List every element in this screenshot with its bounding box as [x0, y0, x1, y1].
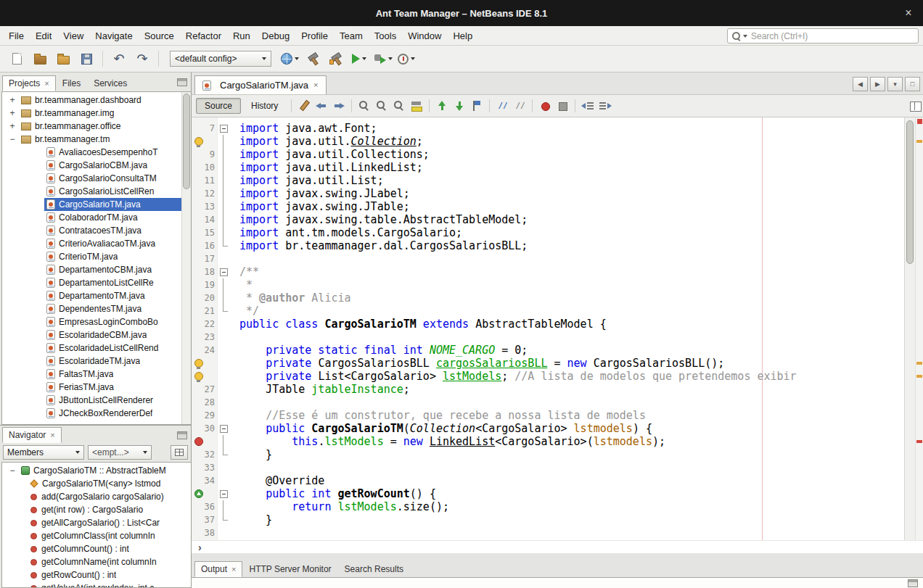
find-next-icon[interactable]: [374, 98, 390, 114]
code-line-7[interactable]: 7import java.awt.Font;: [192, 122, 904, 135]
text-filter-select[interactable]: <empt...>: [88, 445, 152, 460]
code-line-12[interactable]: 12import javax.swing.JLabel;: [192, 187, 904, 200]
navigator-member-item[interactable]: getColumnClass(int columnIn: [2, 529, 191, 542]
source-view-button[interactable]: Source: [196, 98, 241, 114]
code-line-15[interactable]: 15import ant.tm.models.CargoSalario;: [192, 226, 904, 239]
web-browser-button[interactable]: [279, 48, 300, 70]
members-filter-select[interactable]: Members: [3, 445, 84, 460]
warn-stripe-mark[interactable]: [916, 140, 922, 143]
tree-item-jcheckboxrendererdef[interactable]: JCheckBoxRendererDef: [2, 407, 191, 420]
code-line-36[interactable]: 36 return lstModels.size();: [192, 500, 904, 513]
tree-item-escolaridadelistcellrend[interactable]: EscolaridadeListCellRend: [2, 341, 191, 355]
code-line-17[interactable]: 17: [192, 252, 904, 265]
close-tab-icon[interactable]: ×: [50, 431, 54, 439]
warn-glyph-icon[interactable]: [194, 372, 203, 381]
fold-chevron-icon[interactable]: ›: [192, 542, 202, 553]
window-close-icon[interactable]: ×: [901, 6, 916, 20]
menu-item-run[interactable]: Run: [227, 28, 256, 44]
projects-scrollbar[interactable]: [181, 92, 191, 424]
search-scope-caret-icon[interactable]: [743, 35, 747, 38]
navigator-member-item[interactable]: getAllCargoSalario() : List<Car: [2, 516, 191, 529]
fold-end-icon[interactable]: [218, 305, 229, 318]
toggle-bookmark-icon[interactable]: [469, 98, 485, 114]
find-selection-icon[interactable]: [356, 98, 372, 114]
start-macro-recording-icon[interactable]: [537, 98, 553, 114]
fold-mid-icon[interactable]: [218, 174, 229, 187]
tree-item-criteriotm-java[interactable]: CriterioTM.java: [2, 250, 191, 263]
fold-mid-icon[interactable]: [218, 187, 229, 200]
code-line-30[interactable]: 30 public CargoSalarioTM(Collection<Carg…: [192, 422, 904, 435]
last-edit-icon[interactable]: [296, 98, 312, 114]
fold-end-icon[interactable]: [218, 239, 229, 252]
collapse-node-icon[interactable]: −: [8, 466, 17, 475]
search-input[interactable]: [750, 30, 914, 42]
menu-item-source[interactable]: Source: [139, 28, 180, 44]
code-line-18[interactable]: 18/**: [192, 265, 904, 278]
code-line-28[interactable]: 28: [192, 396, 904, 409]
override-glyph-icon[interactable]: [194, 489, 203, 498]
warn-glyph-icon[interactable]: [194, 137, 203, 146]
open-project-button[interactable]: [52, 48, 74, 70]
code-line-16[interactable]: 16import br.teammanager.dal.CargosSalari…: [192, 239, 904, 252]
tree-item-faltastm-java[interactable]: FaltasTM.java: [2, 368, 191, 381]
code-line-13[interactable]: 13import javax.swing.JTable;: [192, 200, 904, 213]
tree-item-empresaslogincombobo[interactable]: EmpresasLoginComboBo: [2, 315, 191, 328]
error-glyph-icon[interactable]: [194, 437, 203, 446]
fold-mid-icon[interactable]: [218, 135, 229, 148]
menu-item-edit[interactable]: Edit: [30, 28, 57, 44]
fold-start-icon[interactable]: [218, 265, 229, 278]
tab-http-server-monitor[interactable]: HTTP Server Monitor: [242, 561, 337, 577]
inherited-members-button[interactable]: [171, 445, 188, 460]
menu-item-view[interactable]: View: [57, 28, 89, 44]
menu-item-debug[interactable]: Debug: [256, 28, 295, 44]
scroll-tabs-right-button[interactable]: ▶: [870, 77, 885, 91]
fold-mid-icon[interactable]: [218, 213, 229, 226]
next-occurrence-icon[interactable]: [451, 98, 467, 114]
navigator-member-item[interactable]: getValueAt(int rowIndex, int c: [2, 581, 191, 588]
warn-stripe-mark[interactable]: [916, 362, 922, 365]
fold-mid-icon[interactable]: [218, 226, 229, 239]
tab-files[interactable]: Files: [56, 75, 87, 91]
jump-forward-icon[interactable]: [331, 98, 347, 114]
code-line-19[interactable]: 19 *: [192, 278, 904, 291]
profile-project-button[interactable]: [395, 48, 417, 70]
tree-item-br-teammanager-tm[interactable]: −br.teammanager.tm: [2, 133, 191, 146]
split-document-icon[interactable]: [907, 98, 923, 114]
code-line-24[interactable]: 24 private static final int NOME_CARGO =…: [192, 344, 904, 357]
menu-item-window[interactable]: Window: [402, 28, 447, 44]
code-line-33[interactable]: 33: [192, 461, 904, 474]
scroll-tabs-left-button[interactable]: ◀: [853, 77, 868, 91]
tab-list-button[interactable]: ▾: [887, 77, 903, 91]
code-line-21[interactable]: 21 */: [192, 305, 904, 318]
error-stripe-top-indicator[interactable]: [917, 119, 922, 124]
tree-item-departamentotm-java[interactable]: DepartamentoTM.java: [2, 289, 191, 302]
tab-projects[interactable]: Projects×: [2, 75, 56, 91]
fold-mid-icon[interactable]: [218, 200, 229, 213]
expand-node-icon[interactable]: +: [8, 109, 17, 117]
jump-back-icon[interactable]: [313, 98, 329, 114]
maximize-editor-button[interactable]: □: [905, 77, 920, 91]
redo-button[interactable]: ↷: [131, 48, 153, 70]
build-project-button[interactable]: [302, 48, 324, 70]
menu-item-help[interactable]: Help: [447, 28, 478, 44]
tab-output[interactable]: Output×: [194, 561, 242, 577]
restore-window-group-icon[interactable]: [908, 579, 918, 587]
debug-project-button[interactable]: [372, 48, 394, 70]
tree-item-feriastm-java[interactable]: FeriasTM.java: [2, 381, 191, 394]
expand-node-icon[interactable]: +: [8, 122, 17, 131]
tree-item-jbuttonlistcellrenderer[interactable]: JButtonListCellRenderer: [2, 394, 191, 407]
menu-item-team[interactable]: Team: [334, 28, 369, 44]
code-line-32[interactable]: 32 }: [192, 448, 904, 461]
scrollbar-thumb[interactable]: [183, 94, 190, 189]
previous-occurrence-icon[interactable]: [434, 98, 450, 114]
code-line-35[interactable]: public int getRowCount() {: [192, 487, 904, 500]
navigator-member-item[interactable]: getRowCount() : int: [2, 568, 191, 581]
code-line-22[interactable]: 22public class CargoSalarioTM extends Ab…: [192, 318, 904, 331]
shift-line-right-icon[interactable]: [597, 98, 613, 114]
quick-search-box[interactable]: [727, 28, 919, 44]
code-line-29[interactable]: 29 //Esse é um construtor, que recebe a …: [192, 409, 904, 422]
fold-start-icon[interactable]: [218, 422, 229, 435]
code-line-37[interactable]: 37 }: [192, 513, 904, 526]
uncomment-icon[interactable]: [512, 98, 528, 114]
toggle-highlight-search-icon[interactable]: [409, 98, 424, 114]
